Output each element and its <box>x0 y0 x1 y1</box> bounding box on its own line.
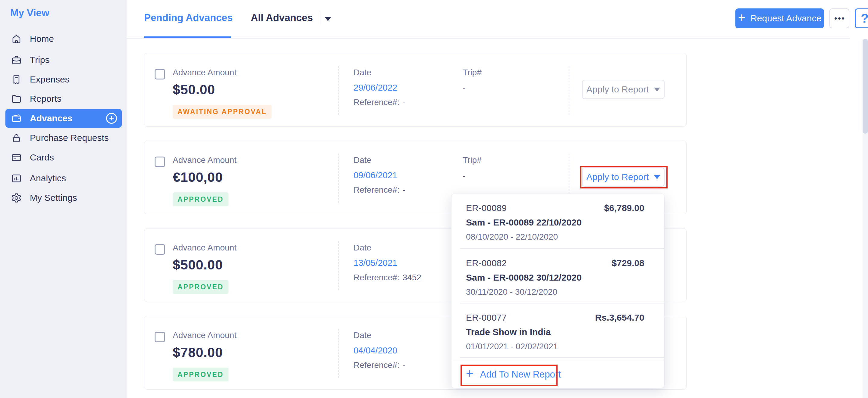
date-value[interactable]: 04/04/2020 <box>353 345 405 356</box>
column-divider <box>338 241 339 290</box>
tab-all-advances[interactable]: All Advances <box>251 12 313 24</box>
report-id: ER-00082 <box>466 258 507 268</box>
reference-value: - <box>403 185 405 195</box>
report-option[interactable]: ER-00082 $729.08 Sam - ER-00082 30/12/20… <box>452 249 664 303</box>
reference-label: Reference#: <box>353 360 400 370</box>
report-amount: $729.08 <box>612 258 644 268</box>
report-option[interactable]: ER-00077 Rs.3,654.70 Trade Show in India… <box>452 303 664 358</box>
status-badge: AWAITING APPROVAL <box>173 105 272 119</box>
reference-label: Reference#: <box>353 98 400 107</box>
date-value[interactable]: 29/06/2022 <box>353 83 405 93</box>
advance-amount-label: Advance Amount <box>173 155 237 165</box>
folder-icon <box>11 93 22 104</box>
sidebar-item-label: My Settings <box>30 193 77 203</box>
more-options-button[interactable]: ••• <box>830 8 849 28</box>
trip-label: Trip# <box>463 155 482 165</box>
chevron-down-icon <box>654 88 660 92</box>
status-badge: APPROVED <box>173 368 228 382</box>
sidebar-item-expenses[interactable]: Expenses <box>5 70 122 89</box>
date-value[interactable]: 13/05/2021 <box>353 258 421 268</box>
advance-amount-value: $500.00 <box>173 257 237 273</box>
advance-amount-label: Advance Amount <box>173 243 237 253</box>
apply-to-report-dropdown: ER-00089 $6,789.00 Sam - ER-00089 22/10/… <box>451 194 664 388</box>
date-value[interactable]: 09/06/2021 <box>353 170 405 180</box>
advances-page: My View Home Trips Expenses Reports Adva… <box>0 0 868 398</box>
add-to-new-report-button[interactable]: + Add To New Report <box>452 361 664 388</box>
sidebar-item-advances[interactable]: Advances + <box>5 109 122 128</box>
advance-checkbox[interactable] <box>155 157 165 167</box>
gear-icon <box>11 192 22 203</box>
sidebar-item-label: Home <box>30 34 54 44</box>
apply-to-report-label: Apply to Report <box>587 84 649 95</box>
column-divider <box>338 66 339 115</box>
help-button[interactable]: ? <box>855 8 868 28</box>
wallet-icon <box>11 113 22 124</box>
date-label: Date <box>353 331 405 340</box>
request-advance-button[interactable]: + Request Advance <box>735 8 824 28</box>
report-date-range: 01/01/2021 - 02/02/2021 <box>466 342 644 351</box>
sidebar-item-trips[interactable]: Trips <box>5 51 122 69</box>
advance-amount-label: Advance Amount <box>173 68 272 77</box>
briefcase-icon <box>11 55 22 66</box>
sidebar-item-home[interactable]: Home <box>5 30 122 48</box>
advance-checkbox[interactable] <box>155 332 165 342</box>
more-icon: ••• <box>833 14 845 23</box>
sidebar-item-label: Cards <box>30 152 54 163</box>
report-option[interactable]: ER-00089 $6,789.00 Sam - ER-00089 22/10/… <box>452 194 664 248</box>
chevron-down-icon[interactable] <box>324 17 331 21</box>
add-advance-icon[interactable]: + <box>106 113 117 124</box>
reference-value: 3452 <box>403 273 421 282</box>
column-divider <box>338 154 339 203</box>
advance-amount-value: €100,00 <box>173 169 237 185</box>
scrollbar-thumb[interactable] <box>863 39 868 134</box>
sidebar-title: My View <box>10 7 50 19</box>
advance-checkbox[interactable] <box>155 69 165 79</box>
sidebar-item-reports[interactable]: Reports <box>5 90 122 108</box>
plus-icon: + <box>466 367 473 380</box>
report-date-range: 08/10/2020 - 22/10/2020 <box>466 232 644 242</box>
sidebar-item-label: Analytics <box>30 173 66 184</box>
date-label: Date <box>353 155 405 165</box>
report-id: ER-00089 <box>466 203 507 213</box>
date-label: Date <box>353 243 421 253</box>
advance-amount-label: Advance Amount <box>173 331 237 340</box>
receipt-icon <box>11 74 22 85</box>
sidebar-item-label: Reports <box>30 94 61 104</box>
status-badge: APPROVED <box>173 192 228 206</box>
date-label: Date <box>353 68 405 77</box>
column-divider <box>569 66 569 115</box>
trip-value: - <box>463 84 482 93</box>
sidebar-item-purchase-requests[interactable]: Purchase Requests <box>5 129 122 147</box>
apply-to-report-button[interactable]: Apply to Report <box>582 80 664 99</box>
sidebar-item-label: Expenses <box>30 74 70 85</box>
sidebar-item-my-settings[interactable]: My Settings <box>5 189 122 207</box>
report-amount: Rs.3,654.70 <box>595 312 644 323</box>
report-amount: $6,789.00 <box>604 203 644 213</box>
sidebar-item-label: Advances <box>30 113 73 124</box>
report-name: Sam - ER-00089 22/10/2020 <box>466 218 644 228</box>
sidebar-item-cards[interactable]: Cards <box>5 148 122 167</box>
help-icon: ? <box>861 11 868 26</box>
analytics-icon <box>11 173 22 184</box>
credit-card-icon <box>11 152 22 163</box>
tab-pending-advances[interactable]: Pending Advances <box>144 12 233 24</box>
apply-to-report-button-open[interactable]: Apply to Report <box>582 167 664 187</box>
reference-value: - <box>403 360 405 370</box>
home-icon <box>11 33 22 44</box>
sidebar-item-analytics[interactable]: Analytics <box>5 169 122 188</box>
dropdown-divider <box>460 357 664 358</box>
report-name: Sam - ER-00082 30/12/2020 <box>466 272 644 283</box>
sidebar: My View Home Trips Expenses Reports Adva… <box>0 0 127 398</box>
advance-checkbox[interactable] <box>155 244 165 255</box>
report-name: Trade Show in India <box>466 327 644 337</box>
column-divider <box>338 329 339 378</box>
chevron-down-icon <box>654 175 660 179</box>
trip-value: - <box>463 171 482 181</box>
advance-card: Advance Amount $50.00 AWAITING APPROVAL … <box>144 53 687 127</box>
reference-label: Reference#: <box>353 185 400 195</box>
report-date-range: 30/11/2020 - 30/12/2020 <box>466 287 644 297</box>
reference-label: Reference#: <box>353 273 400 282</box>
advance-amount-value: $50.00 <box>173 82 272 98</box>
tab-divider <box>320 11 320 25</box>
sidebar-item-label: Trips <box>30 55 50 65</box>
